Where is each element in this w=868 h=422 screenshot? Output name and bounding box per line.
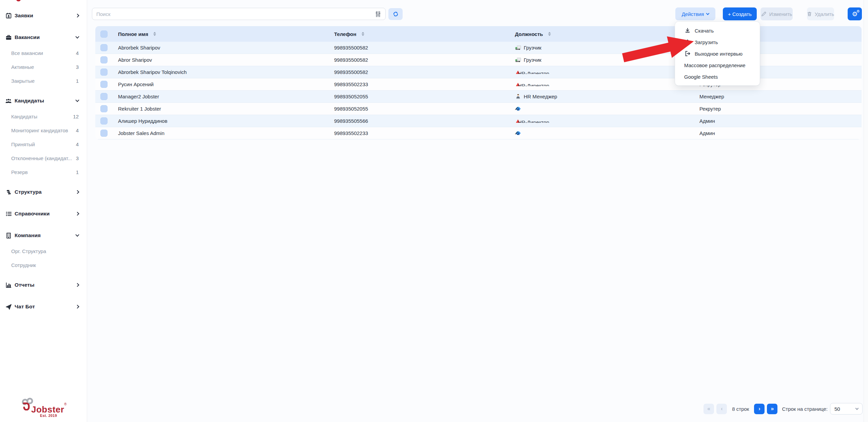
truck-icon: [515, 45, 521, 50]
create-button[interactable]: + Создать: [723, 7, 757, 20]
menu-item-label: Массовое распределение: [684, 62, 746, 68]
sidebar-subitem[interactable]: Принятый 4: [0, 137, 87, 151]
menu-item-label: Скачать: [695, 28, 714, 34]
sidebar-subitem-label: Отклоненные (кандидат...: [11, 155, 73, 161]
page-first-button[interactable]: «: [703, 404, 714, 414]
header-cell-name[interactable]: Полное имя: [113, 31, 329, 37]
main-content: Действия + Создать Изменить Удалить ⚙ По…: [87, 0, 868, 422]
sidebar-item-briefcase[interactable]: Вакансии: [0, 28, 87, 46]
chevron-right-icon: [75, 212, 79, 215]
sidebar-subitem[interactable]: Все вакансии 4: [0, 46, 87, 60]
edit-button-label: Изменить: [769, 11, 792, 17]
delete-button-label: Удалить: [815, 11, 834, 17]
sidebar-group: Справочники: [0, 205, 87, 223]
table-row[interactable]: Rekruiter 1 Jobster 998935052055 Рекруте…: [95, 103, 862, 115]
cell-name: Abrorbek Sharipov Tolqinovich: [113, 69, 329, 75]
sidebar-subitem[interactable]: Кандидаты 12: [0, 110, 87, 123]
edit-button[interactable]: Изменить: [760, 7, 793, 20]
page-last-button[interactable]: »: [767, 404, 777, 414]
menu-item[interactable]: Выходное интервью: [675, 48, 760, 59]
select-all-checkbox[interactable]: [100, 31, 108, 38]
sliders-filter-icon[interactable]: [375, 11, 381, 17]
refresh-icon: [392, 11, 399, 17]
blue-diamond-icon: Рекрутер: [515, 107, 521, 111]
briefcase-icon: [5, 34, 12, 41]
sidebar-item-bar-chart[interactable]: Отчеты: [0, 276, 87, 294]
jobster-logo-est: Est. 2019: [40, 414, 57, 418]
scrollbar[interactable]: [864, 0, 868, 422]
row-checkbox[interactable]: [100, 117, 108, 124]
sidebar-item-list[interactable]: Справочники: [0, 205, 87, 223]
settings-button[interactable]: ⚙: [848, 7, 862, 20]
sidebar-subitem[interactable]: Орг. Структура: [0, 244, 87, 258]
menu-item[interactable]: Скачать: [675, 25, 760, 36]
sidebar-item-label: Отчеты: [15, 282, 76, 288]
header-cell-position[interactable]: Должность: [510, 31, 694, 37]
actions-menu: СкачатьЗагрузитьВыходное интервьюМассово…: [675, 22, 760, 85]
sidebar-subitem-label: Сотрудник: [11, 262, 76, 268]
cell-position: Грузчик: [510, 45, 694, 51]
sidebar-item-label: Структура: [15, 189, 76, 195]
sidebar-item-building[interactable]: Компания: [0, 227, 87, 244]
cell-name: Rekruiter 1 Jobster: [113, 106, 329, 112]
chevron-right-icon: [75, 190, 79, 194]
table-row[interactable]: Алишер Нуриддинов 998935505566 HR-Директ…: [95, 115, 862, 127]
row-select-cell: [95, 69, 113, 76]
row-select-cell: [95, 93, 113, 100]
upload-icon: [684, 39, 691, 45]
menu-item[interactable]: Google Sheets: [675, 71, 760, 82]
header-cell-phone[interactable]: Телефон: [329, 31, 510, 37]
table-row[interactable]: Jobster Sales Admin 998935502233 Рекруте…: [95, 127, 862, 139]
sidebar-subitem[interactable]: Отклоненные (кандидат... 3: [0, 151, 87, 165]
row-checkbox[interactable]: [100, 105, 108, 112]
sidebar: Заявки Вакансии Все вакансии 4 Активные …: [0, 0, 87, 422]
red-triangle-icon: HR-Директор: [515, 83, 521, 86]
row-checkbox[interactable]: [100, 93, 108, 100]
row-checkbox[interactable]: [100, 69, 108, 76]
sidebar-subitem[interactable]: Мониторинг кандидатов 4: [0, 123, 87, 137]
cell-phone: 998935505566: [329, 118, 510, 124]
sidebar-subitem[interactable]: Сотрудник: [0, 258, 87, 272]
sidebar-item-hierarchy[interactable]: Структура: [0, 183, 87, 201]
chevron-right-icon: [75, 14, 79, 17]
sidebar-footer: Jobster ® Est. 2019: [0, 397, 87, 418]
cell-phone: 998935052055: [329, 94, 510, 99]
chevron-down-icon: [855, 407, 859, 410]
cell-position: HR-Директор: [510, 71, 694, 74]
sort-icon: [362, 32, 364, 36]
row-checkbox[interactable]: [100, 44, 108, 51]
pencil-icon: [761, 11, 767, 17]
table-row[interactable]: Manager2 Jobster 998935052055 HR Менедже…: [95, 91, 862, 103]
pagination: « ‹ 8 строк › » Строк на странице: 50: [703, 403, 863, 415]
cell-role: Менеджер: [694, 94, 862, 99]
sidebar-subitem[interactable]: Закрытые 1: [0, 74, 87, 88]
sidebar-subitem[interactable]: Активные 3: [0, 60, 87, 74]
search-input[interactable]: [96, 11, 375, 17]
truck-icon: [515, 57, 521, 62]
cell-phone: 998935502233: [329, 81, 510, 87]
cell-role: Админ: [694, 130, 862, 136]
page-prev-button[interactable]: ‹: [716, 404, 727, 414]
menu-item[interactable]: Загрузить: [675, 36, 760, 48]
sidebar-subitem-count: 1: [76, 169, 79, 175]
sidebar-item-label: Заявки: [15, 13, 76, 19]
cell-name: Jobster Sales Admin: [113, 130, 329, 136]
sidebar-item-people[interactable]: Кандидаты: [0, 92, 87, 110]
chevron-right-icon: [75, 283, 79, 287]
row-select-cell: [95, 117, 113, 124]
header-select-all: [95, 31, 113, 38]
cell-position: Грузчик: [510, 57, 694, 63]
refresh-button[interactable]: [388, 8, 403, 20]
row-checkbox[interactable]: [100, 81, 108, 88]
delete-button[interactable]: Удалить: [807, 7, 834, 20]
sidebar-subitem[interactable]: Резерв 1: [0, 165, 87, 179]
rows-per-page-select[interactable]: 50: [830, 403, 863, 415]
row-checkbox[interactable]: [100, 56, 108, 63]
page-next-button[interactable]: ›: [754, 404, 765, 414]
sidebar-item-paper-plane[interactable]: Чат Бот: [0, 298, 87, 315]
actions-button[interactable]: Действия: [675, 7, 715, 20]
row-checkbox[interactable]: [100, 130, 108, 137]
menu-item[interactable]: Массовое распределение: [675, 59, 760, 71]
sidebar-item-clipboard-person[interactable]: Заявки: [0, 7, 87, 24]
sort-icon: [153, 32, 156, 36]
